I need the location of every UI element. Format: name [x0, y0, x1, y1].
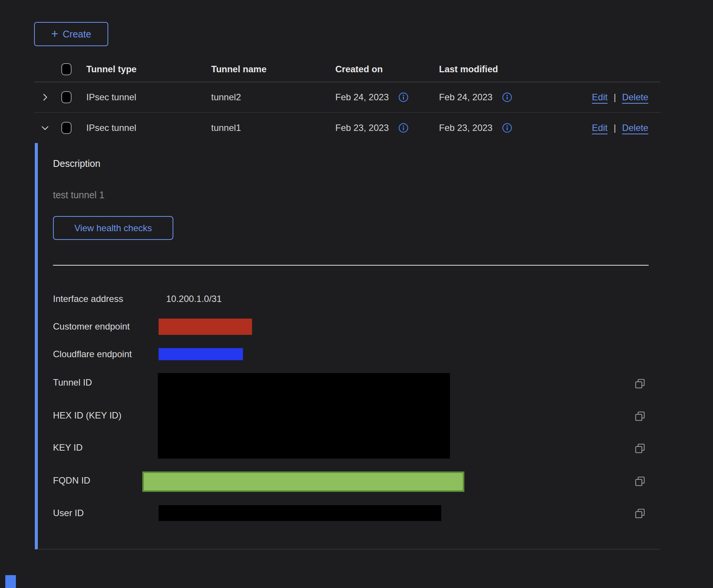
select-all-checkbox[interactable]	[61, 63, 72, 75]
bottom-left-blue-artifact	[5, 575, 16, 588]
delete-link[interactable]: Delete	[622, 123, 648, 133]
column-header-last-modified: Last modified	[439, 64, 583, 75]
collapse-row-button[interactable]	[34, 123, 61, 133]
action-separator: |	[613, 92, 616, 103]
copy-fqdn-id-button[interactable]	[634, 476, 646, 487]
edit-link[interactable]: Edit	[592, 92, 607, 103]
copy-key-id-button[interactable]	[634, 443, 646, 454]
redaction-tunnel-hex-key-ids	[158, 373, 450, 459]
last-modified-cell: Feb 23, 2023	[439, 123, 492, 133]
tunnel-name-cell: tunnel1	[211, 123, 335, 133]
redaction-user-id	[159, 505, 441, 521]
info-icon[interactable]	[399, 92, 408, 102]
detail-label-customer-endpoint: Customer endpoint	[53, 321, 130, 332]
view-health-checks-button[interactable]: View health checks	[53, 216, 173, 240]
tunnels-table: Tunnel type Tunnel name Created on Last …	[34, 57, 660, 549]
redaction-cloudflare-endpoint	[159, 348, 243, 360]
detail-label-key-id: KEY ID	[53, 442, 83, 453]
description-heading: Description	[53, 158, 100, 169]
tunnel-type-cell: IPsec tunnel	[86, 123, 211, 133]
last-modified-cell: Feb 24, 2023	[439, 92, 492, 103]
row-checkbox[interactable]	[61, 91, 72, 103]
column-header-tunnel-name: Tunnel name	[211, 64, 335, 75]
plus-icon: +	[51, 28, 58, 40]
detail-value-interface-address: 10.200.1.0/31	[166, 293, 222, 305]
tunnel-type-cell: IPsec tunnel	[86, 92, 211, 103]
table-row: IPsec tunnel tunnel1 Feb 23, 2023 Feb 23…	[34, 113, 660, 143]
create-button-label: Create	[63, 29, 91, 40]
redaction-customer-endpoint	[159, 319, 252, 335]
create-button[interactable]: + Create	[34, 22, 108, 46]
description-text: test tunnel 1	[53, 190, 104, 201]
copy-hex-id-button[interactable]	[634, 411, 646, 422]
redaction-fqdn-id	[142, 471, 464, 492]
detail-label-user-id: User ID	[53, 507, 84, 519]
action-separator: |	[613, 123, 616, 133]
chevron-right-icon	[40, 92, 50, 102]
expanded-tunnel-panel: Description test tunnel 1 View health ch…	[35, 143, 660, 549]
detail-label-cloudflare-endpoint: Cloudflare endpoint	[53, 348, 132, 360]
row-checkbox[interactable]	[61, 122, 72, 134]
tunnel-name-cell: tunnel2	[211, 92, 335, 103]
column-header-created-on: Created on	[335, 64, 439, 75]
info-icon[interactable]	[399, 123, 408, 133]
column-header-tunnel-type: Tunnel type	[86, 64, 211, 75]
table-row: IPsec tunnel tunnel2 Feb 24, 2023 Feb 24…	[34, 82, 660, 113]
created-on-cell: Feb 24, 2023	[335, 92, 389, 103]
table-header-row: Tunnel type Tunnel name Created on Last …	[34, 57, 660, 82]
detail-label-fqdn-id: FQDN ID	[53, 475, 90, 486]
info-icon[interactable]	[502, 123, 512, 133]
delete-link[interactable]: Delete	[622, 92, 648, 103]
edit-link[interactable]: Edit	[592, 123, 607, 133]
detail-label-interface-address: Interface address	[53, 293, 123, 305]
expand-row-button[interactable]	[34, 92, 61, 102]
copy-tunnel-id-button[interactable]	[634, 378, 646, 389]
detail-label-tunnel-id: Tunnel ID	[53, 377, 92, 388]
created-on-cell: Feb 23, 2023	[335, 123, 389, 133]
section-divider	[53, 265, 649, 266]
copy-user-id-button[interactable]	[634, 508, 646, 519]
detail-label-hex-id: HEX ID (KEY ID)	[53, 410, 121, 421]
info-icon[interactable]	[502, 92, 512, 102]
chevron-down-icon	[40, 123, 50, 133]
